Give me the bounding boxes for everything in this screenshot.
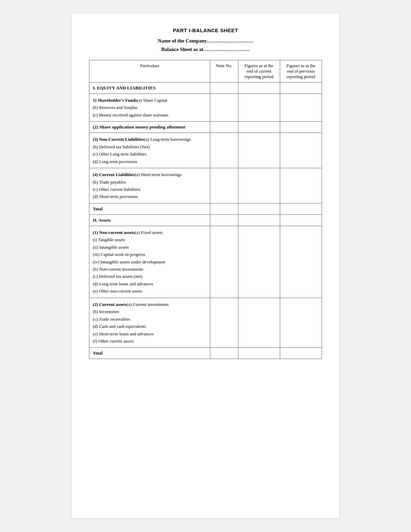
balance-sheet-date: Balance Sheet as at……………………… (89, 47, 322, 52)
total-previous-2 (280, 348, 322, 359)
assets-header-previous (280, 214, 322, 226)
total-label-2: Total (89, 348, 210, 359)
current-liabilities-previous (280, 168, 322, 203)
current-liabilities-bold: (4) Current Liabilities (93, 172, 135, 177)
shareholders-funds-note (210, 94, 238, 122)
share-application-note (210, 122, 238, 133)
shareholders-funds-previous (280, 94, 322, 122)
current-assets-previous (280, 298, 322, 348)
balance-sheet-table: Particulars Note No. Figures as at the e… (89, 60, 322, 359)
current-assets-row: (2) Current assets(a) Current investment… (89, 298, 322, 348)
total-row-1: Total (89, 203, 322, 214)
non-current-liabilities-cell: (3) Non-Current Liabilities(a) Long-term… (89, 133, 210, 168)
non-current-assets-row: (1) Non-current assets(a) Fixed assets(i… (89, 226, 322, 298)
non-current-liabilities-row: (3) Non-Current Liabilities(a) Long-term… (89, 133, 322, 168)
total-previous-1 (280, 203, 322, 214)
non-current-assets-previous (280, 226, 322, 298)
share-application-row: (2) Share application money pending allo… (89, 122, 322, 133)
current-assets-bold: (2) Current assets (93, 302, 127, 307)
total-row-2: Total (89, 348, 322, 359)
page: PART I-BALANCE SHEET Name of the Company… (72, 14, 339, 518)
non-current-assets-note (210, 226, 238, 298)
non-current-assets-current (238, 226, 280, 298)
header-note-no: Note No. (210, 60, 238, 83)
current-assets-cell: (2) Current assets(a) Current investment… (89, 298, 210, 348)
header-previous-figures: Figures as at the end of previous report… (280, 60, 322, 83)
table-header-row: Particulars Note No. Figures as at the e… (89, 60, 322, 83)
header-current-figures: Figures as at the end of current reporti… (238, 60, 280, 83)
company-name: Name of the Company……………………… (89, 38, 322, 44)
assets-header-row: II. Assets (89, 214, 322, 226)
non-current-assets-cell: (1) Non-current assets(a) Fixed assets(i… (89, 226, 210, 298)
total-note-1 (210, 203, 238, 214)
current-liabilities-note (210, 168, 238, 203)
current-assets-current (238, 298, 280, 348)
current-liabilities-row: (4) Current Liabilities(a) Short-term bo… (89, 168, 322, 203)
assets-header-current (238, 214, 280, 226)
equity-liabilities-current (238, 83, 280, 94)
total-note-2 (210, 348, 238, 359)
non-current-liabilities-current (238, 133, 280, 168)
shareholders-funds-current (238, 94, 280, 122)
equity-liabilities-note (210, 83, 238, 94)
header-particulars: Particulars (89, 60, 210, 83)
non-current-assets-bold: (1) Non-current assets (93, 230, 135, 235)
share-application-current (238, 122, 280, 133)
total-current-1 (238, 203, 280, 214)
shareholders-funds-cell: 1) Shareholder's Funds(a) Share Capital(… (89, 94, 210, 122)
current-assets-note (210, 298, 238, 348)
non-current-liabilities-bold: (3) Non-Current Liabilities (93, 137, 144, 142)
equity-liabilities-label: I. EQUITY AND LIABILITIES (89, 83, 210, 94)
equity-liabilities-header: I. EQUITY AND LIABILITIES (89, 83, 322, 94)
total-current-2 (238, 348, 280, 359)
total-label-1: Total (89, 203, 210, 214)
shareholders-funds-bold: 1) Shareholder's Funds (93, 98, 137, 103)
current-liabilities-cell: (4) Current Liabilities(a) Short-term bo… (89, 168, 210, 203)
non-current-liabilities-previous (280, 133, 322, 168)
equity-liabilities-previous (280, 83, 322, 94)
shareholders-funds-row: 1) Shareholder's Funds(a) Share Capital(… (89, 94, 322, 122)
assets-header-note (210, 214, 238, 226)
assets-header-label: II. Assets (89, 214, 210, 226)
page-title: PART I-BALANCE SHEET (89, 27, 322, 33)
non-current-liabilities-note (210, 133, 238, 168)
share-application-previous (280, 122, 322, 133)
current-liabilities-current (238, 168, 280, 203)
share-application-label: (2) Share application money pending allo… (89, 122, 210, 133)
